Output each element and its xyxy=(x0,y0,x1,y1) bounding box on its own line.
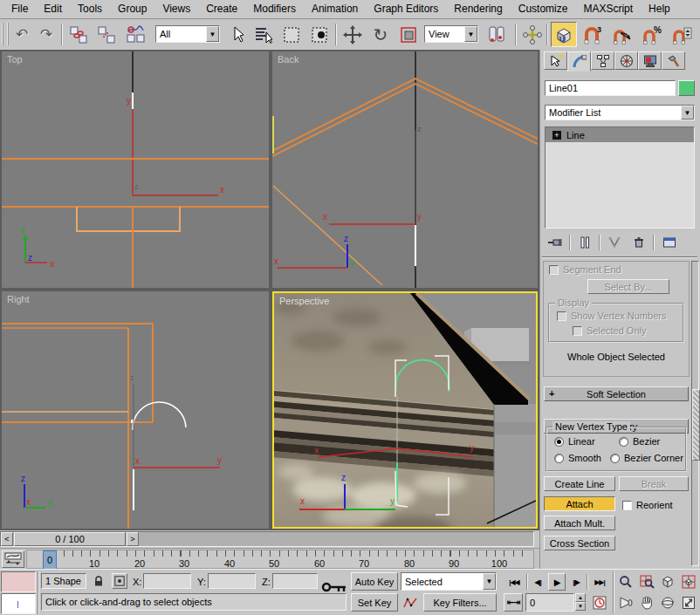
viewport-right-label[interactable]: Right xyxy=(7,294,30,304)
select-and-scale-button[interactable] xyxy=(396,23,421,46)
go-to-start-button[interactable]: |◀◀ xyxy=(504,573,525,591)
expand-icon[interactable]: + xyxy=(552,131,561,140)
key-mode-arrow[interactable]: ▼ xyxy=(483,573,496,590)
absolute-offset-mode-toggle[interactable] xyxy=(112,573,127,589)
viewport-perspective-label[interactable]: Perspective xyxy=(279,296,329,306)
coordinate-system-arrow[interactable]: ▼ xyxy=(464,26,477,42)
viewport-back-label[interactable]: Back xyxy=(278,54,299,65)
set-key-button[interactable]: Set Key xyxy=(351,593,398,612)
play-button[interactable]: ▶ xyxy=(548,573,566,591)
y-coord-field[interactable] xyxy=(208,573,256,589)
pin-stack-button[interactable] xyxy=(545,234,566,251)
menu-animation[interactable]: Animation xyxy=(304,0,366,18)
frame-spinner[interactable]: ▲ ▼ xyxy=(575,593,586,612)
time-slider-prev-arrow[interactable]: < xyxy=(1,532,13,546)
modifier-list-arrow[interactable]: ▼ xyxy=(681,106,694,120)
object-name-field[interactable]: Line01 xyxy=(545,80,676,96)
linear-radio[interactable] xyxy=(554,437,564,447)
modifier-list-dropdown[interactable]: Modifier List ▼ xyxy=(545,105,695,120)
tab-display[interactable] xyxy=(638,51,662,70)
go-to-end-button[interactable]: ▶▶| xyxy=(589,573,610,591)
percent-snap-toggle-button[interactable]: % xyxy=(639,23,665,46)
create-line-button[interactable]: Create Line xyxy=(544,476,615,491)
select-object-button[interactable] xyxy=(227,23,250,46)
open-mini-curve-editor-button[interactable] xyxy=(2,550,24,568)
attach-button[interactable]: Attach xyxy=(544,496,615,511)
tab-utilities[interactable] xyxy=(662,51,685,70)
field-of-view-button[interactable] xyxy=(616,593,635,612)
selection-filter-arrow[interactable]: ▼ xyxy=(206,26,219,42)
zoom-all-button[interactable] xyxy=(637,572,656,591)
viewport-right[interactable]: Right z x y z x xyxy=(2,291,269,529)
z-coord-field[interactable] xyxy=(272,573,318,589)
segment-end-checkbox[interactable] xyxy=(549,265,559,275)
spinner-snap-toggle-button[interactable] xyxy=(669,23,695,46)
maxscript-mini-listener-pink[interactable] xyxy=(1,571,36,592)
frame-spinner-up[interactable]: ▲ xyxy=(575,593,586,602)
zoom-button[interactable] xyxy=(616,572,635,591)
zoom-extents-button[interactable] xyxy=(658,572,677,591)
attach-mult-button[interactable]: Attach Mult. xyxy=(544,516,615,530)
select-and-rotate-button[interactable]: ↻ xyxy=(368,23,393,46)
arc-rotate-button[interactable] xyxy=(658,593,677,612)
menu-edit[interactable]: Edit xyxy=(36,0,70,18)
use-pivot-point-center-button[interactable] xyxy=(484,23,510,46)
menu-customize[interactable]: Customize xyxy=(511,0,576,18)
object-color-swatch[interactable] xyxy=(678,80,695,96)
select-and-manipulate-button[interactable] xyxy=(520,23,545,46)
tab-create[interactable] xyxy=(544,51,567,70)
unlink-selection-button[interactable] xyxy=(94,23,119,46)
redo-button[interactable]: ↷ xyxy=(35,24,58,45)
remove-modifier-button[interactable] xyxy=(628,234,649,251)
frame-spinner-down[interactable]: ▼ xyxy=(575,602,586,611)
zoom-extents-all-button[interactable] xyxy=(679,572,698,591)
current-frame-marker[interactable]: 0 xyxy=(43,550,57,570)
break-button[interactable]: Break xyxy=(619,476,689,491)
current-frame-field[interactable]: 0 xyxy=(525,593,574,612)
menu-rendering[interactable]: Rendering xyxy=(446,0,510,18)
keyboard-shortcut-override-toggle[interactable] xyxy=(321,580,347,594)
menu-views[interactable]: Views xyxy=(154,0,198,18)
viewport-top[interactable]: Top y x z y z x xyxy=(2,51,269,288)
window-crossing-toggle-button[interactable] xyxy=(307,23,332,46)
show-vertex-numbers-checkbox[interactable] xyxy=(557,311,566,321)
maxscript-mini-listener-white[interactable] xyxy=(1,593,36,614)
time-slider-handle[interactable]: 0 / 100 xyxy=(14,532,126,546)
menu-group[interactable]: Group xyxy=(110,0,154,18)
panel-scrollbar-track[interactable] xyxy=(691,261,699,566)
time-configuration-button[interactable] xyxy=(590,593,609,612)
next-frame-button[interactable]: ||▶ xyxy=(567,573,585,591)
select-and-move-button[interactable] xyxy=(340,23,365,46)
bind-to-space-warp-button[interactable] xyxy=(122,23,148,46)
bezier-corner-radio[interactable] xyxy=(610,454,620,463)
smooth-radio[interactable] xyxy=(554,454,564,463)
reference-coordinate-system-dropdown[interactable]: View ▼ xyxy=(424,25,478,43)
maximize-viewport-toggle-button[interactable] xyxy=(679,593,698,612)
reorient-checkbox[interactable] xyxy=(622,501,632,510)
menu-help[interactable]: Help xyxy=(641,0,678,18)
bezier-radio[interactable] xyxy=(619,437,628,447)
key-filters-button[interactable]: Key Filters... xyxy=(423,593,497,612)
selection-lock-toggle[interactable] xyxy=(91,573,106,589)
auto-key-button[interactable]: Auto Key xyxy=(351,572,398,591)
menu-graph-editors[interactable]: Graph Editors xyxy=(366,0,446,18)
rectangular-selection-region-button[interactable] xyxy=(279,23,304,46)
previous-frame-button[interactable]: ◀|| xyxy=(529,573,546,591)
selection-filter-dropdown[interactable]: All ▼ xyxy=(155,25,220,43)
new-key-default-inout-button[interactable] xyxy=(401,593,420,612)
viewport-back[interactable]: Back x y z z x y xyxy=(272,51,538,288)
soft-selection-rollout-header[interactable]: + Soft Selection xyxy=(544,386,689,401)
track-bar-ruler[interactable]: 10 20 30 40 50 60 70 80 90 100 0 xyxy=(26,550,534,569)
select-by-name-button[interactable] xyxy=(251,23,276,46)
snaps-toggle-button[interactable] xyxy=(551,22,577,47)
angle-snap-toggle-button[interactable] xyxy=(609,23,635,46)
snap-3d-button[interactable]: 3 xyxy=(580,23,606,46)
viewport-perspective[interactable]: Perspective xyxy=(272,291,538,529)
menu-maxscript[interactable]: MAXScript xyxy=(575,0,641,18)
menu-tools[interactable]: Tools xyxy=(70,0,110,18)
time-slider-next-arrow[interactable]: > xyxy=(127,532,139,546)
tab-hierarchy[interactable] xyxy=(591,51,614,70)
viewport-top-label[interactable]: Top xyxy=(7,54,23,65)
menu-file[interactable]: File xyxy=(3,0,36,18)
cross-section-button[interactable]: Cross Section xyxy=(544,536,615,550)
